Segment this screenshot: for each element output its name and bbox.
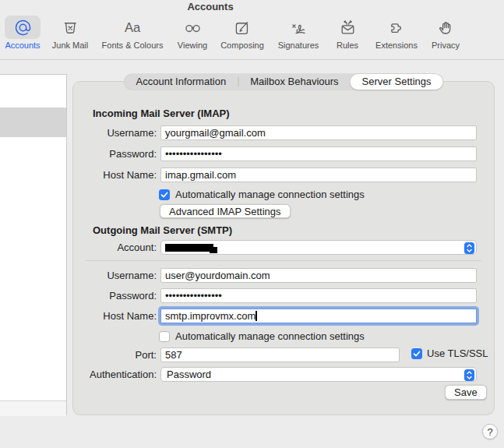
toolbar-item-fonts-colours[interactable]: Aa Fonts & Colours bbox=[102, 16, 164, 50]
popup-stepper-icon bbox=[464, 242, 474, 254]
toolbar-item-label: Privacy bbox=[432, 41, 460, 50]
glasses-icon bbox=[174, 16, 210, 39]
section-divider bbox=[86, 260, 481, 261]
popup-stepper-icon bbox=[464, 369, 474, 381]
smtp-auth-popup[interactable]: Password bbox=[160, 367, 477, 382]
toolbar-item-label: Junk Mail bbox=[52, 41, 88, 50]
smtp-auth-row: Authentication: Password bbox=[73, 367, 477, 382]
imap-auto-manage-row: Automatically manage connection settings bbox=[73, 189, 477, 203]
svg-text:Aa: Aa bbox=[125, 19, 141, 34]
toolbar-item-label: Composing bbox=[220, 41, 264, 50]
smtp-port-label: Port: bbox=[73, 347, 157, 362]
smtp-port-row: Port: 587 Use TLS/SSL bbox=[73, 347, 477, 362]
compose-icon bbox=[224, 16, 260, 39]
save-button[interactable]: Save bbox=[445, 385, 487, 400]
smtp-section-heading: Outgoing Mail Server (SMTP) bbox=[93, 224, 232, 236]
smtp-password-row: Password: •••••••••••••••• bbox=[73, 288, 477, 303]
toolbar-divider bbox=[0, 59, 504, 60]
hand-icon bbox=[428, 16, 463, 39]
account-list-footer bbox=[0, 400, 66, 416]
smtp-account-popup[interactable] bbox=[160, 240, 477, 255]
text-caret bbox=[256, 311, 257, 321]
imap-hostname-row: Host Name: imap.gmail.com bbox=[73, 168, 477, 182]
smtp-hostname-input[interactable]: smtp.improvmx.com bbox=[160, 309, 477, 323]
imap-hostname-input[interactable]: imap.gmail.com bbox=[160, 168, 477, 182]
tab-bar: Account Information Mailbox Behaviours S… bbox=[125, 74, 443, 90]
smtp-port-input[interactable]: 587 bbox=[160, 347, 400, 362]
use-tls-label: Use TLS/SSL bbox=[427, 347, 488, 360]
imap-hostname-label: Host Name: bbox=[73, 168, 157, 182]
imap-username-label: Username: bbox=[73, 125, 157, 140]
mail-settings-window: Accounts Accounts Junk Mail Aa Fonts & C… bbox=[0, 0, 504, 448]
use-tls-checkbox[interactable] bbox=[411, 348, 422, 359]
toolbar-item-label: Fonts & Colours bbox=[102, 41, 164, 50]
toolbar-item-composing[interactable]: Composing bbox=[220, 16, 264, 50]
smtp-username-input[interactable]: user@yourdomain.com bbox=[160, 268, 477, 283]
toolbar-item-privacy[interactable]: Privacy bbox=[428, 16, 463, 50]
smtp-auto-manage-row: Automatically manage connection settings bbox=[73, 330, 477, 345]
imap-section-heading: Incoming Mail Server (IMAP) bbox=[93, 108, 230, 119]
smtp-auto-manage-checkbox[interactable] bbox=[159, 331, 170, 342]
smtp-password-input[interactable]: •••••••••••••••• bbox=[160, 288, 477, 303]
toolbar-item-signatures[interactable]: Signatures bbox=[278, 16, 319, 50]
smtp-auth-label: Authentication: bbox=[73, 367, 157, 382]
toolbar-item-rules[interactable]: Rules bbox=[330, 16, 365, 50]
account-list-item-selected[interactable] bbox=[0, 108, 66, 137]
smtp-auth-value: Password bbox=[167, 369, 211, 380]
smtp-username-row: Username: user@yourdomain.com bbox=[73, 268, 477, 283]
puzzle-icon bbox=[379, 16, 414, 39]
toolbar-item-junk-mail[interactable]: Junk Mail bbox=[52, 16, 88, 50]
accounts-list-sidebar bbox=[0, 74, 67, 415]
toolbar-item-viewing[interactable]: Viewing bbox=[174, 16, 210, 50]
window-title: Accounts bbox=[0, 1, 421, 13]
at-icon bbox=[5, 16, 41, 39]
toolbar-item-accounts[interactable]: Accounts bbox=[5, 16, 41, 50]
smtp-account-label: Account: bbox=[73, 240, 157, 255]
toolbar-item-label: Viewing bbox=[178, 41, 207, 50]
checkmark-icon bbox=[411, 348, 422, 359]
smtp-hostname-label: Host Name: bbox=[73, 309, 157, 323]
signature-icon bbox=[280, 16, 316, 39]
smtp-password-label: Password: bbox=[73, 288, 157, 303]
tab-account-information[interactable]: Account Information bbox=[125, 74, 238, 90]
smtp-auto-manage-label: Automatically manage connection settings bbox=[175, 330, 365, 343]
toolbar-item-label: Rules bbox=[337, 41, 358, 50]
imap-password-label: Password: bbox=[73, 146, 157, 161]
fonts-aa-icon: Aa bbox=[115, 16, 150, 39]
redacted-account-value bbox=[165, 244, 213, 252]
imap-auto-manage-checkbox[interactable] bbox=[159, 189, 170, 200]
smtp-account-row: Account: bbox=[73, 240, 477, 255]
imap-username-input[interactable]: yourgmail@gmail.com bbox=[160, 125, 477, 140]
imap-password-row: Password: •••••••••••••••• bbox=[73, 146, 477, 161]
toolbar-item-label: Extensions bbox=[375, 41, 418, 50]
toolbar-item-label: Signatures bbox=[278, 41, 319, 50]
imap-password-input[interactable]: •••••••••••••••• bbox=[160, 146, 477, 161]
tab-server-settings[interactable]: Server Settings bbox=[351, 74, 443, 90]
imap-auto-manage-label: Automatically manage connection settings bbox=[175, 189, 365, 201]
rules-envelope-icon bbox=[330, 16, 365, 39]
smtp-hostname-value: smtp.improvmx.com bbox=[165, 310, 256, 322]
imap-username-row: Username: yourgmail@gmail.com bbox=[73, 125, 477, 140]
checkmark-icon bbox=[159, 189, 170, 200]
smtp-hostname-row: Host Name: smtp.improvmx.com bbox=[73, 309, 477, 323]
tab-mailbox-behaviours[interactable]: Mailbox Behaviours bbox=[238, 74, 350, 90]
advanced-imap-settings-button[interactable]: Advanced IMAP Settings bbox=[160, 204, 291, 218]
toolbar-item-label: Accounts bbox=[5, 41, 40, 50]
toolbar-item-extensions[interactable]: Extensions bbox=[375, 16, 418, 50]
smtp-username-label: Username: bbox=[73, 268, 157, 283]
server-settings-panel: Account Information Mailbox Behaviours S… bbox=[72, 81, 495, 415]
preferences-toolbar: Accounts Junk Mail Aa Fonts & Colours Vi… bbox=[0, 16, 504, 59]
help-button[interactable]: ? bbox=[482, 424, 498, 439]
junk-basket-icon bbox=[52, 16, 88, 39]
